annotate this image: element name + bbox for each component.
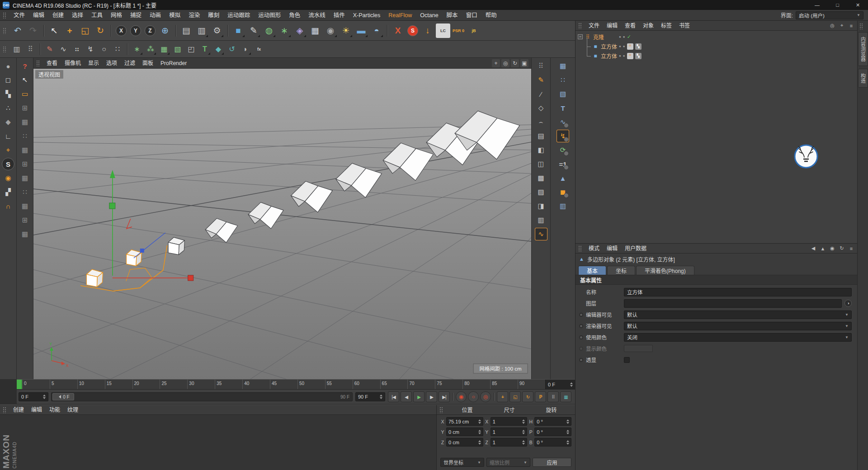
spin-buttons[interactable]: [43, 393, 46, 400]
xpresso-icon[interactable]: fx: [253, 43, 265, 56]
pan-view-icon[interactable]: +: [492, 59, 500, 67]
next-frame-button[interactable]: ▶: [426, 391, 437, 402]
attribute-menu-item[interactable]: 编辑: [603, 244, 621, 254]
spline-zigzag-icon[interactable]: ↯: [84, 43, 97, 56]
menu-item[interactable]: 流水线: [304, 10, 330, 21]
position-z-field[interactable]: 0 cm: [446, 438, 483, 446]
grid-palette-icon-1[interactable]: ▦: [19, 144, 31, 156]
search-icon[interactable]: ◎: [829, 23, 835, 28]
object-manager-menu-item[interactable]: 查看: [621, 21, 639, 31]
viewport-menu-item[interactable]: ProRender: [157, 58, 190, 69]
light-button[interactable]: ☀: [339, 24, 353, 38]
spline-grid-icon[interactable]: ∷: [111, 43, 124, 56]
jb-plugin-button[interactable]: jB: [467, 24, 481, 38]
record-keyframe-button[interactable]: ◉: [456, 391, 467, 402]
menu-item[interactable]: Octane: [416, 10, 442, 21]
drag-handle[interactable]: [3, 28, 7, 34]
viewport-menu-item[interactable]: 面板: [139, 58, 157, 69]
timeline-scrub-handle[interactable]: 0 F: [52, 393, 74, 400]
corner-tool-icon[interactable]: ◰: [185, 43, 198, 56]
lock-workplane-icon[interactable]: ▞: [2, 186, 14, 198]
model-mode-icon[interactable]: ◻: [2, 74, 14, 86]
mograph-cloner-button[interactable]: ∗: [277, 24, 292, 38]
menu-item[interactable]: 运动跟踪: [223, 10, 254, 21]
menu-item[interactable]: 角色: [285, 10, 304, 21]
object-row-cube-2[interactable]: ■ 立方体 ● ● ⠛ ▚: [576, 51, 857, 61]
lock-y-axis-button[interactable]: Y: [130, 25, 141, 36]
size-x-field[interactable]: 1: [491, 417, 528, 426]
polyfx-icon[interactable]: ▲: [557, 172, 569, 184]
object-name[interactable]: 立方体: [601, 52, 617, 60]
render-settings-button[interactable]: ⚙: [210, 24, 224, 38]
scale-tool-icon[interactable]: ◱: [78, 24, 92, 38]
menu-item[interactable]: 脚本: [443, 10, 462, 21]
axis-mode-icon[interactable]: ⌖: [2, 144, 14, 156]
layout-panes-icon[interactable]: ▥: [10, 43, 23, 56]
object-manager-menu-item[interactable]: 对象: [639, 21, 657, 31]
refresh-icon[interactable]: ↻: [839, 245, 845, 251]
rotate-palette-icon[interactable]: ∷: [19, 130, 31, 142]
drag-handle[interactable]: [3, 407, 7, 413]
sketch-smooth-icon[interactable]: ∿: [57, 43, 70, 56]
spin-buttons[interactable]: [566, 428, 569, 436]
redo-icon[interactable]: ↷: [26, 24, 40, 38]
bevel-icon[interactable]: ◫: [535, 158, 547, 170]
primitive-cube-button[interactable]: ■: [231, 24, 245, 38]
drag-handle[interactable]: [439, 407, 443, 413]
rectangle-select-icon[interactable]: ▭: [19, 88, 31, 100]
object-manager-menu-item[interactable]: 文件: [585, 21, 603, 31]
fracture-icon[interactable]: ▧: [557, 88, 569, 100]
render-visibility-select[interactable]: 默认 ▼: [624, 322, 852, 330]
object-manager-menu-item[interactable]: 标签: [657, 21, 675, 31]
cube-object-icon[interactable]: ■: [592, 43, 599, 50]
grid-palette-icon-4[interactable]: ∷: [19, 186, 31, 198]
viewport-menu-item[interactable]: 显示: [85, 58, 103, 69]
menu-item[interactable]: 网格: [107, 10, 126, 21]
menu-item[interactable]: 插件: [330, 10, 349, 21]
coordinate-space-select[interactable]: 世界坐标▼: [440, 458, 484, 467]
menu-item[interactable]: 文件: [9, 10, 29, 21]
tracer-icon[interactable]: ∿: [557, 116, 569, 128]
solo-plugin-button[interactable]: S: [407, 25, 418, 36]
boole-icon[interactable]: ▦: [158, 43, 170, 56]
xray-checkbox[interactable]: [624, 357, 630, 363]
drag-handle[interactable]: [578, 245, 582, 252]
undo-icon[interactable]: ↶: [10, 24, 25, 38]
helix-icon[interactable]: ↺: [226, 43, 238, 56]
render-view-button[interactable]: ▤: [179, 24, 193, 38]
live-selection-icon[interactable]: ↖: [47, 24, 61, 38]
attribute-menu-item[interactable]: 用户数据: [621, 244, 650, 254]
cube-object-icon[interactable]: ■: [592, 53, 599, 59]
polygons-mode-icon[interactable]: ◆: [2, 116, 14, 128]
viewport-menu-item[interactable]: 过滤: [121, 58, 139, 69]
size-y-field[interactable]: 1: [491, 428, 528, 436]
timeline-playhead[interactable]: [17, 380, 22, 389]
playback-settings-button[interactable]: ▦: [560, 391, 571, 402]
autokeying-button[interactable]: ○: [468, 391, 479, 402]
cloner-object-icon[interactable]: ⠿: [584, 34, 591, 40]
paint-bucket-icon[interactable]: ◉: [2, 172, 14, 184]
name-input[interactable]: 立方体: [624, 288, 852, 296]
subdivision-surface-button[interactable]: ◍: [262, 24, 276, 38]
lock-x-axis-button[interactable]: X: [116, 25, 127, 36]
knife-icon[interactable]: ∕: [535, 88, 547, 100]
anim-dot[interactable]: [579, 324, 583, 328]
menu-item[interactable]: 工具: [87, 10, 107, 21]
content-table-button[interactable]: ▦: [308, 24, 322, 38]
position-key-toggle[interactable]: +: [497, 391, 508, 402]
attribute-tab[interactable]: 基本: [578, 266, 606, 275]
viewport-menu-item[interactable]: 查看: [43, 58, 61, 69]
extrude-mo-icon[interactable]: ▥: [557, 200, 569, 212]
spline-pen-icon[interactable]: ✎: [535, 74, 547, 86]
material-menu-item[interactable]: 编辑: [28, 405, 46, 415]
weld-icon[interactable]: ◨: [535, 200, 547, 212]
display-tag-icon[interactable]: ⠛: [627, 53, 633, 59]
polygon-pen-icon[interactable]: ◇: [535, 102, 547, 114]
spline-sketch-icon[interactable]: ⠶: [71, 43, 83, 56]
mospline-icon[interactable]: ↯: [557, 130, 569, 142]
menu-item[interactable]: 编辑: [29, 10, 48, 21]
drag-handle[interactable]: [36, 60, 40, 66]
render-visibility-dot[interactable]: ●: [623, 44, 625, 48]
anim-dot[interactable]: [579, 358, 583, 362]
drag-handle[interactable]: [3, 46, 7, 52]
